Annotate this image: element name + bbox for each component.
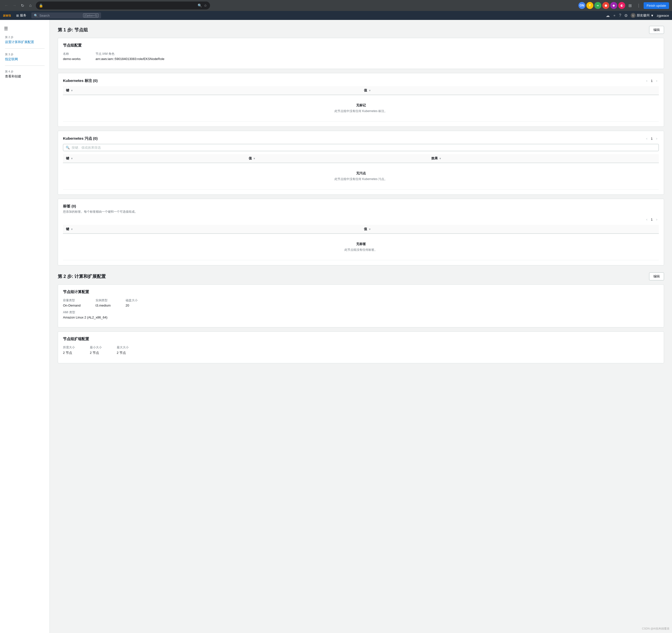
k8s-taints-key-col: 键 ▿	[63, 154, 246, 163]
extensions-button[interactable]: ⊞	[627, 2, 634, 9]
disk-size-label: 磁盘大小	[126, 298, 138, 303]
tags-key-sort-icon: ▿	[71, 228, 72, 231]
sidebar-step-3-number: 第 3 步	[5, 52, 45, 56]
instance-type-item: 实例类型 t3.medium	[96, 298, 111, 307]
compute-config-card: 节点组计算配置 容量类型 On-Demand 实例类型 t3.medium 磁盘…	[58, 284, 664, 327]
config-name-item: 名称 demo-works	[63, 52, 81, 61]
k8s-labels-header: Kubernetes 标注 (0) ‹ 1 ›	[63, 78, 659, 83]
tags-next-btn[interactable]: ›	[654, 217, 659, 222]
finish-update-button[interactable]: Finish update	[644, 2, 669, 9]
user-menu[interactable]: U 朋友徽州 ▼	[631, 13, 654, 18]
taints-filter-input[interactable]	[72, 146, 656, 149]
instance-type-value: t3.medium	[96, 304, 111, 307]
taints-filter-wrap[interactable]: 🔍	[63, 144, 659, 151]
profile-avatars: ON Y ∞ ◉ ◈ ◐	[578, 2, 625, 9]
k8s-labels-empty-row: 无标记 此节点组中没有任何 Kubernetes 标注。	[63, 95, 659, 121]
aws-search-input[interactable]	[39, 14, 82, 18]
k8s-labels-prev-btn[interactable]: ‹	[645, 78, 649, 83]
user-avatar: U	[631, 13, 636, 18]
tags-pagination: ‹ 1 ›	[645, 217, 659, 222]
disk-size-item: 磁盘大小 20	[126, 298, 138, 307]
desired-size-item: 最大大小 2 节点	[117, 345, 129, 355]
sidebar-step-2-link[interactable]: 设置计算和扩展配置	[5, 40, 34, 44]
step-1-edit-button[interactable]: 编辑	[649, 26, 664, 34]
sidebar-divider-1	[5, 48, 45, 49]
tags-empty-cell: 无标签 此节点组没有任何标签。	[63, 234, 659, 260]
instance-type-label: 实例类型	[96, 298, 111, 303]
filter-search-icon: 🔍	[66, 146, 70, 149]
cloud-icon-button[interactable]: ☁	[606, 13, 610, 18]
k8s-labels-thead-row: 键 ▿ 值 ▿	[63, 86, 659, 95]
config-name-label: 名称	[63, 52, 81, 56]
chevron-down-icon: ▼	[651, 14, 654, 18]
forward-button[interactable]: →	[11, 2, 18, 9]
tags-table: 键 ▿ 值 ▿ 无	[63, 225, 659, 260]
max-size-value: 2 节点	[90, 351, 102, 355]
lock-icon: 🔒	[39, 3, 43, 7]
k8s-taints-empty-desc: 此节点组中没有任何 Kubernetes 污点。	[66, 177, 656, 181]
k8s-taints-empty-title: 无污点	[66, 171, 656, 175]
ami-type-item: AMI 类型 Amazon Linux 2 (AL2_x86_64)	[63, 310, 107, 319]
tags-description: 您添加的标签。每个标签都由一个键和一个可选值组成。	[63, 210, 659, 214]
step-2-header: 第 2 步: 计算和扩展配置 编辑	[58, 273, 664, 280]
k8s-taints-page: 1	[651, 137, 653, 140]
menu-button[interactable]: ⋮	[635, 2, 642, 9]
browser-toolbar-right: ON Y ∞ ◉ ◈ ◐ ⊞ ⋮ Finish update	[578, 2, 669, 9]
scaling-config-title: 节点组扩缩配置	[63, 337, 659, 342]
k8s-labels-empty-state: 无标记 此节点组中没有任何 Kubernetes 标注。	[66, 97, 656, 119]
node-group-config-title: 节点组配置	[63, 43, 659, 48]
step-2-edit-button[interactable]: 编辑	[649, 273, 664, 280]
compute-config-row-1: 容量类型 On-Demand 实例类型 t3.medium 磁盘大小 20	[63, 298, 659, 307]
k8s-labels-pagination: ‹ 1 ›	[645, 78, 659, 83]
taints-effect-sort-icon: ▿	[439, 157, 441, 160]
ami-type-value: Amazon Linux 2 (AL2_x86_64)	[63, 315, 107, 319]
tags-page: 1	[651, 218, 653, 221]
sidebar-hamburger-button[interactable]: ☰	[0, 24, 12, 33]
sidebar-step-3-link[interactable]: 指定联网	[5, 57, 18, 61]
csdn-watermark: CSDN @AI批构颠覆基	[642, 627, 670, 631]
services-menu-button[interactable]: ⊞ 服务	[14, 12, 28, 19]
help-icon-button[interactable]: ?	[619, 13, 621, 18]
tags-value-sort-icon: ▿	[369, 228, 370, 231]
k8s-taints-pagination: ‹ 1 ›	[645, 136, 659, 141]
home-button[interactable]: ⌂	[27, 2, 34, 9]
k8s-taints-prev-btn[interactable]: ‹	[645, 136, 649, 141]
bell-icon-button[interactable]: ⚬	[613, 13, 616, 18]
url-input[interactable]: us-east-2.console.aws.amazon.com/eks/hom…	[45, 4, 196, 7]
k8s-labels-empty-desc: 此节点组中没有任何 Kubernetes 标注。	[66, 109, 656, 113]
config-name-value: demo-works	[63, 57, 81, 61]
tags-empty-title: 无标签	[66, 242, 656, 246]
tags-empty-desc: 此节点组没有任何标签。	[66, 248, 656, 252]
k8s-taints-value-col: 值 ▿	[246, 154, 428, 163]
tags-prev-btn[interactable]: ‹	[645, 217, 649, 222]
value-sort-icon: ▿	[369, 89, 370, 92]
aws-search-bar[interactable]: 🔍 [Option+S]	[31, 13, 101, 18]
max-size-label: 最小大小	[90, 345, 102, 350]
sidebar-step-4-text: 查看和创建	[5, 74, 21, 78]
reload-button[interactable]: ↻	[19, 2, 26, 9]
config-iam-value: arn:aws:iam::590184013083:role/EKSNodeRo…	[96, 57, 165, 61]
address-bar[interactable]: 🔒 us-east-2.console.aws.amazon.com/eks/h…	[36, 1, 210, 9]
back-button[interactable]: ←	[3, 2, 10, 9]
k8s-labels-empty-title: 无标记	[66, 103, 656, 108]
main-layout: ☰ 第 2 步 设置计算和扩展配置 第 3 步 指定联网 第 4 步 查看和创建…	[0, 20, 672, 633]
search-shortcut: [Option+S]	[83, 14, 99, 18]
tags-table-header: ‹ 1 ›	[63, 217, 659, 222]
k8s-taints-empty-state: 无污点 此节点组中没有任何 Kubernetes 污点。	[66, 165, 656, 187]
compute-config-title: 节点组计算配置	[63, 289, 659, 294]
sidebar-step-2: 第 2 步 设置计算和扩展配置	[0, 33, 50, 46]
avatar-6: ◐	[618, 2, 625, 9]
k8s-labels-next-btn[interactable]: ›	[654, 78, 659, 83]
region-label: zgpeace	[657, 14, 669, 18]
settings-icon-button[interactable]: ⚙	[624, 13, 628, 18]
search-icon: 🔍	[198, 3, 202, 7]
key-sort-icon: ▿	[71, 89, 72, 92]
min-size-label: 所需大小	[63, 345, 75, 350]
min-size-value: 2 节点	[63, 351, 75, 355]
browser-chrome: ← → ↻ ⌂ 🔒 us-east-2.console.aws.amazon.c…	[0, 0, 672, 11]
k8s-labels-empty-cell: 无标记 此节点组中没有任何 Kubernetes 标注。	[63, 95, 659, 121]
region-button[interactable]: zgpeace	[657, 14, 669, 18]
k8s-taints-next-btn[interactable]: ›	[654, 136, 659, 141]
tags-empty-state: 无标签 此节点组没有任何标签。	[66, 236, 656, 258]
capacity-type-label: 容量类型	[63, 298, 81, 303]
